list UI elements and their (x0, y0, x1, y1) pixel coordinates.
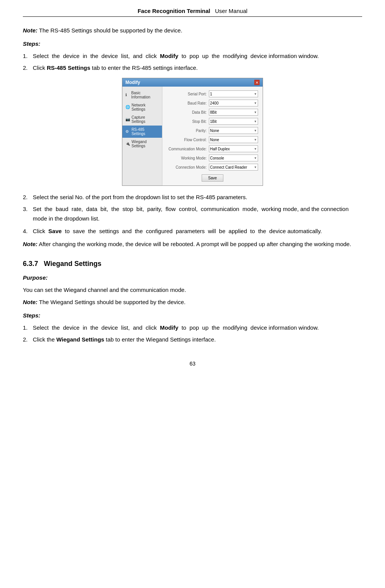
section-number: 6.3.7 (23, 260, 38, 267)
select-connection-mode[interactable]: Connect Card Reader▼ (209, 164, 258, 171)
rs485-steps-continued: 2. Select the serial No. of the port fro… (23, 193, 362, 223)
label-serial-port: Serial Port: (167, 92, 209, 96)
select-flow-control[interactable]: None▼ (209, 136, 258, 143)
section-title: Wiegand Settings (44, 260, 101, 267)
dialog-content: Serial Port: 1▼ Baud Rate: 2400▼ Data Bi… (162, 87, 263, 185)
field-comm-mode: Communication Mode: Half Duplex▼ (167, 145, 258, 152)
select-comm-mode[interactable]: Half Duplex▼ (209, 145, 258, 152)
label-working-mode: Working Mode: (167, 156, 209, 160)
field-serial-port: Serial Port: 1▼ (167, 90, 258, 97)
label-comm-mode: Communication Mode: (167, 147, 209, 151)
rs485-icon: ⚙ (125, 129, 130, 134)
wiegand-note-label: Note: (23, 299, 37, 305)
select-working-mode[interactable]: Console▼ (209, 155, 258, 161)
field-parity: Parity: None▼ (167, 127, 258, 134)
label-flow-control: Flow Control: (167, 138, 209, 142)
dialog-close-button[interactable]: ✕ (254, 80, 260, 85)
label-stop-bit: Stop Bit: (167, 119, 209, 124)
dialog-title: Modify (125, 80, 140, 85)
sidebar-rs485-settings[interactable]: ⚙ RS-485 Settings (122, 126, 162, 138)
modify-bold-1: Modify (160, 53, 178, 59)
rs485-note: Note: The RS-485 Settings should be supp… (23, 26, 362, 35)
dialog-sidebar: ℹ Basic Information 🌐 Network Settings 📷… (122, 87, 162, 185)
label-data-bit: Data Bit: (167, 110, 209, 114)
rs485-steps-list: 1. Select the device in the device list,… (23, 52, 362, 73)
modify-dialog-wrapper: Modify ✕ ℹ Basic Information 🌐 Network S… (23, 78, 362, 186)
field-stop-bit: Stop Bit: 1Bit▼ (167, 118, 258, 125)
field-flow-control: Flow Control: None▼ (167, 136, 258, 143)
select-parity[interactable]: None▼ (209, 127, 258, 134)
select-data-bit[interactable]: 8Bit▼ (209, 109, 258, 116)
modify-bold-2: Modify (160, 324, 178, 331)
step-2b: 2. Select the serial No. of the port fro… (23, 193, 362, 202)
wiegand-settings-bold: Wiegand Settings (56, 336, 104, 343)
field-working-mode: Working Mode: Console▼ (167, 155, 258, 161)
sidebar-capture-settings[interactable]: 📷 Capture Settings (122, 113, 162, 126)
steps-label-2: Steps: (23, 311, 362, 320)
modify-dialog: Modify ✕ ℹ Basic Information 🌐 Network S… (122, 78, 263, 186)
header-subtitle: User Manual (215, 8, 247, 14)
wiegand-section-heading: 6.3.7 Wiegand Settings (23, 260, 362, 268)
step-1: 1. Select the device in the device list,… (23, 52, 362, 61)
label-baud-rate: Baud Rate: (167, 101, 209, 105)
step-2: 2. Click RS-485 Settings tab to enter th… (23, 63, 362, 73)
wiegand-step-1: 1. Select the device in the device list,… (23, 323, 362, 333)
field-baud-rate: Baud Rate: 2400▼ (167, 100, 258, 106)
wiegand-note-text: The Wiegand Settings should be supported… (39, 299, 185, 305)
step-4: 4. Click Save to save the settings and t… (23, 227, 362, 236)
wiegand-icon: 🔌 (125, 142, 130, 146)
save-bold: Save (48, 228, 62, 234)
network-icon: 🌐 (125, 105, 130, 110)
dialog-save-button[interactable]: Save (202, 174, 223, 182)
info-icon: ℹ (125, 93, 130, 97)
wiegand-note: Note: The Wiegand Settings should be sup… (23, 298, 362, 307)
note-label-1: Note: (23, 27, 37, 34)
header-title: Face Recognition Terminal (138, 8, 210, 14)
label-parity: Parity: (167, 129, 209, 133)
select-serial-port[interactable]: 1▼ (209, 90, 258, 97)
sidebar-wiegand-settings[interactable]: 🔌 Wiegand Settings (122, 138, 162, 150)
note-text-2: After changing the working mode, the dev… (39, 241, 351, 247)
wiegand-steps-list: 1. Select the device in the device list,… (23, 323, 362, 345)
page-number: 63 (23, 359, 362, 368)
select-baud-rate[interactable]: 2400▼ (209, 100, 258, 106)
wiegand-step-2: 2. Click the Wiegand Settings tab to ent… (23, 335, 362, 345)
note-label-2: Note: (23, 241, 37, 247)
sidebar-network-settings[interactable]: 🌐 Network Settings (122, 101, 162, 113)
dialog-body: ℹ Basic Information 🌐 Network Settings 📷… (122, 87, 263, 185)
wiegand-purpose-label: Purpose: (23, 273, 362, 282)
step-3: 3. Set the baud rate, data bit, the stop… (23, 205, 362, 224)
dialog-titlebar: Modify ✕ (122, 78, 263, 87)
rs485-settings-bold: RS-485 Settings (47, 64, 90, 71)
capture-icon: 📷 (125, 117, 130, 122)
select-stop-bit[interactable]: 1Bit▼ (209, 118, 258, 125)
field-data-bit: Data Bit: 8Bit▼ (167, 109, 258, 116)
note-text-1: The RS-485 Settings should be supported … (39, 27, 182, 34)
label-connection-mode: Connection Mode: (167, 165, 209, 169)
page-header: Face Recognition Terminal User Manual (23, 8, 362, 17)
sidebar-basic-info[interactable]: ℹ Basic Information (122, 89, 162, 101)
steps-label-1: Steps: (23, 39, 362, 48)
wiegand-purpose-text: You can set the Wiegand channel and the … (23, 285, 362, 295)
rs485-note2: Note: After changing the working mode, t… (23, 240, 362, 249)
field-connection-mode: Connection Mode: Connect Card Reader▼ (167, 164, 258, 171)
dialog-save-row: Save (167, 174, 258, 182)
